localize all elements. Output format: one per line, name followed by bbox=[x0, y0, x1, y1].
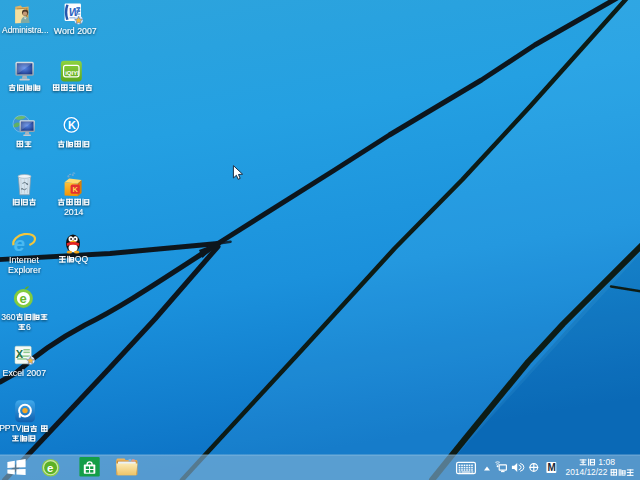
svg-text:K: K bbox=[73, 185, 79, 194]
svg-text:360: 360 bbox=[1, 312, 16, 322]
svg-text:1:08: 1:08 bbox=[596, 457, 615, 467]
svg-text:e: e bbox=[47, 462, 53, 474]
svg-text:PPTV: PPTV bbox=[0, 423, 22, 433]
svg-text:QQ: QQ bbox=[75, 254, 89, 264]
svg-text:e: e bbox=[19, 291, 26, 306]
svg-text:M: M bbox=[547, 462, 555, 473]
svg-text:2014: 2014 bbox=[64, 207, 84, 217]
svg-text:X: X bbox=[16, 348, 24, 360]
svg-text:Explorer: Explorer bbox=[8, 265, 41, 275]
svg-text:Administra...: Administra... bbox=[2, 25, 49, 35]
svg-text:iQIYI: iQIYI bbox=[65, 70, 79, 76]
svg-text:K: K bbox=[68, 119, 76, 131]
svg-text:Internet: Internet bbox=[9, 255, 39, 265]
svg-text:Word 2007: Word 2007 bbox=[54, 26, 97, 36]
svg-text:2014/12/22: 2014/12/22 bbox=[566, 467, 608, 477]
svg-text:6: 6 bbox=[26, 322, 31, 332]
svg-text:Excel 2007: Excel 2007 bbox=[3, 368, 47, 378]
